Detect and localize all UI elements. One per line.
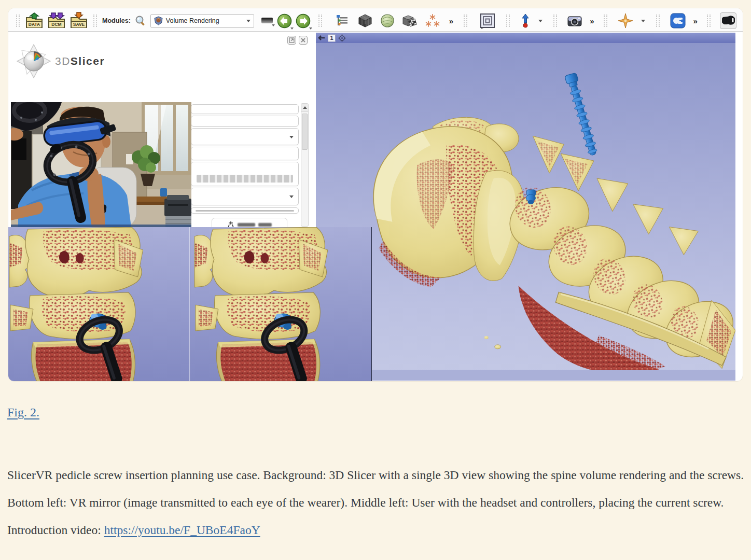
vr-mirror-left-eye <box>8 227 190 382</box>
subject-hierarchy-icon <box>336 14 349 27</box>
extensions-manager-icon <box>670 13 686 29</box>
figure-caption: SlicerVR pedicle screw insertion plannin… <box>7 461 746 544</box>
toolbar-grip[interactable] <box>16 15 20 27</box>
illegible-label <box>258 223 272 227</box>
data-module-button[interactable] <box>358 13 372 28</box>
parameter-dropdown[interactable] <box>191 188 299 205</box>
logo-prefix: 3D <box>55 55 71 67</box>
chevron-down-icon <box>272 24 275 26</box>
volumes-module-button[interactable] <box>402 13 417 28</box>
layout-selector-icon <box>480 13 495 29</box>
view-pin-icon[interactable] <box>318 35 325 41</box>
parameter-slider[interactable] <box>191 162 299 186</box>
toolbar-overflow-button[interactable]: » <box>449 17 453 25</box>
parameter-input[interactable] <box>191 147 299 160</box>
toolbar-overflow-button[interactable]: » <box>693 17 697 25</box>
parameter-input[interactable] <box>191 116 299 127</box>
dicom-button[interactable]: DCM <box>47 12 66 30</box>
save-label: SAVE <box>71 21 87 28</box>
chevron-down-icon <box>309 27 312 30</box>
parameter-dropdown[interactable] <box>191 128 299 145</box>
module-search-icon <box>134 15 147 27</box>
chevron-down-icon <box>246 20 251 22</box>
dicom-label: DCM <box>49 21 64 28</box>
module-history-forward-icon <box>296 13 311 29</box>
parameter-groove[interactable] <box>191 207 299 214</box>
toolbar-overflow-button[interactable]: » <box>590 17 593 25</box>
virtual-reality-button[interactable] <box>720 12 736 29</box>
screenshot-button[interactable] <box>567 15 582 27</box>
extensions-manager-button[interactable] <box>670 13 686 29</box>
slicer-logo-icon <box>17 44 51 78</box>
volume-rendering-blob-icon <box>380 13 395 28</box>
volume-rendering-module-button[interactable] <box>380 13 395 28</box>
chevron-down-icon <box>289 136 294 138</box>
logo-name: Slicer <box>71 55 105 67</box>
subject-hierarchy-button[interactable] <box>336 14 349 27</box>
parameter-input[interactable] <box>191 104 299 114</box>
load-data-button[interactable]: DATA <box>25 12 44 30</box>
threed-view[interactable]: 1 <box>316 33 735 381</box>
slicer-logo: 3DSlicer <box>17 44 105 78</box>
markups-seeds-button[interactable] <box>425 13 440 28</box>
slicer-logo-text: 3DSlicer <box>55 55 105 67</box>
view-label: 1 <box>328 34 336 42</box>
view-crosshair-icon[interactable] <box>338 34 346 42</box>
spine-volume-rendering <box>316 43 735 370</box>
place-point-icon <box>520 13 531 28</box>
slicer-toolbar: DATA DCM SAVE Modules: <box>8 8 743 32</box>
caption-video-link[interactable]: https://youtu.be/F_UBoE4FaoY <box>104 523 260 537</box>
module-history-forward-button[interactable] <box>296 13 311 29</box>
module-selector[interactable]: Volume Rendering <box>150 14 254 28</box>
toolbar-grip[interactable] <box>656 15 660 27</box>
crosshair-star-icon <box>618 13 633 29</box>
chevron-down-icon <box>289 195 294 198</box>
module-history-back-icon <box>277 13 292 29</box>
scroll-up-button[interactable] <box>301 104 308 112</box>
module-search-button[interactable] <box>134 15 147 27</box>
modules-label: Modules: <box>102 17 131 24</box>
undock-icon <box>289 37 295 43</box>
screenshot-camera-icon <box>567 15 582 27</box>
slider-ticks <box>197 175 293 183</box>
volumes-module-icon <box>402 13 417 28</box>
toolbar-grip[interactable] <box>464 15 467 27</box>
data-module-cube-icon <box>358 13 372 28</box>
chevron-down-icon <box>290 27 294 30</box>
panel-scrollbar[interactable] <box>301 103 309 227</box>
groove-line <box>196 210 294 212</box>
chevron-down-icon[interactable] <box>641 20 645 22</box>
vr-mirror <box>8 227 372 382</box>
user-photo <box>11 102 191 227</box>
toolbar-grip[interactable] <box>707 15 711 27</box>
panel-undock-button[interactable] <box>287 36 296 45</box>
toolbar-grip[interactable] <box>318 15 322 27</box>
crosshair-button[interactable] <box>618 13 633 29</box>
place-point-button[interactable] <box>520 13 531 28</box>
toolbar-grip[interactable] <box>506 15 510 27</box>
toolbar-grip[interactable] <box>604 15 607 27</box>
panel-close-button[interactable] <box>299 36 308 45</box>
scroll-thumb[interactable] <box>302 114 308 150</box>
virtual-reality-headset-icon <box>721 16 735 26</box>
vr-mirror-right-eye <box>190 227 371 382</box>
load-data-label: DATA <box>26 21 42 28</box>
module-selector-value: Volume Rendering <box>166 17 243 24</box>
slicer-workspace: 1 <box>8 33 743 381</box>
chevron-down-icon[interactable] <box>538 20 543 22</box>
module-shield-icon <box>154 16 163 25</box>
figure-image[interactable]: DATA DCM SAVE Modules: <box>8 8 743 382</box>
toolbar-grip[interactable] <box>553 15 557 27</box>
module-history-back-button[interactable] <box>277 13 292 29</box>
markups-seeds-icon <box>425 13 440 28</box>
toolbar-grip[interactable] <box>93 15 97 27</box>
module-panel: 3DSlicer <box>8 33 316 227</box>
figure-link[interactable]: Fig. 2. <box>7 405 39 419</box>
threed-view-controller-bar: 1 <box>316 33 735 43</box>
illegible-label <box>238 223 255 227</box>
screen-capture-button[interactable] <box>261 16 273 25</box>
save-button[interactable]: SAVE <box>69 12 88 30</box>
close-icon <box>300 37 306 43</box>
layout-selector-button[interactable] <box>480 13 495 29</box>
